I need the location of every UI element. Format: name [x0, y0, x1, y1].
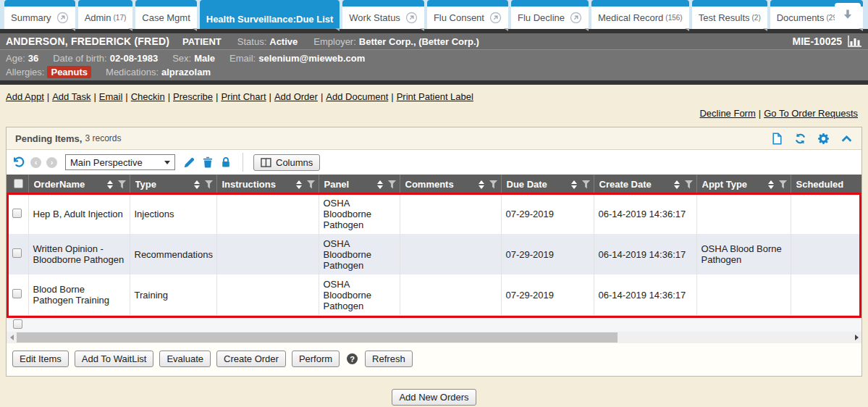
- column-header: Type: [135, 179, 191, 190]
- popout-icon[interactable]: [570, 12, 582, 24]
- tab-health-surveillance-due-list[interactable]: Health Surveillance:Due List: [200, 0, 340, 29]
- sort-icon[interactable]: [377, 180, 383, 189]
- add-new-orders-button[interactable]: Add New Orders: [392, 389, 476, 406]
- allergy-badge[interactable]: Peanuts: [47, 66, 91, 78]
- bar-chart-icon[interactable]: [848, 35, 862, 47]
- sort-icon[interactable]: [194, 180, 200, 189]
- email-label: Email:: [229, 53, 256, 64]
- tab-cap: [427, 0, 508, 7]
- table-row[interactable]: Written Opinion - Bloodborne Pathogen Re…: [7, 234, 861, 274]
- tab-medical-record[interactable]: Medical Record(156): [591, 0, 689, 29]
- undo-icon[interactable]: [12, 156, 25, 169]
- link-prescribe[interactable]: Prescribe: [173, 91, 213, 102]
- link-go-to-order-requests[interactable]: Go To Order Requests: [764, 108, 858, 119]
- filter-funnel-icon[interactable]: [582, 180, 591, 189]
- refresh-icon[interactable]: [794, 133, 806, 145]
- collapse-chevron-icon[interactable]: [840, 133, 853, 145]
- row-checkbox[interactable]: [12, 289, 22, 298]
- link-print-chart[interactable]: Print Chart: [221, 91, 266, 102]
- popout-icon[interactable]: [489, 12, 502, 24]
- filter-funnel-icon[interactable]: [388, 180, 397, 189]
- sort-icon[interactable]: [674, 180, 680, 189]
- link-add-appt[interactable]: Add Appt: [6, 91, 44, 102]
- filter-funnel-icon[interactable]: [118, 180, 127, 189]
- sort-icon[interactable]: [571, 180, 577, 189]
- tab-count: (156): [665, 14, 682, 22]
- tab-work-status[interactable]: Work Status: [342, 0, 424, 29]
- scroll-right-arrow[interactable]: [851, 335, 861, 340]
- sort-icon[interactable]: [768, 180, 774, 189]
- cell-type: Training: [130, 274, 216, 315]
- tab-label: Flu Consent: [434, 12, 484, 23]
- tab-menu-fold: [71, 28, 75, 31]
- row-checkbox[interactable]: [12, 209, 22, 218]
- scrollbar-thumb[interactable]: [17, 332, 618, 343]
- filter-funnel-icon[interactable]: [685, 180, 694, 189]
- separator: |: [47, 91, 49, 102]
- link-checkin[interactable]: Checkin: [131, 91, 165, 102]
- popout-icon[interactable]: [56, 12, 69, 24]
- lock-icon[interactable]: [220, 156, 232, 169]
- new-document-icon[interactable]: [771, 133, 783, 145]
- pending-items-panel: Pending Items, 3 records ‹ › Main Perspe…: [6, 127, 862, 377]
- filter-funnel-icon[interactable]: [779, 180, 788, 189]
- scrollbar-track[interactable]: [17, 332, 851, 343]
- perspective-select[interactable]: Main Perspective: [65, 154, 175, 170]
- select-all-checkbox[interactable]: [14, 179, 23, 188]
- table-row[interactable]: Blood Borne Pathogen Training Training O…: [7, 274, 861, 315]
- add-to-waitlist-button[interactable]: Add To WaitList: [75, 351, 154, 367]
- sort-icon[interactable]: [479, 180, 484, 189]
- email-value: selenium@mieweb.com: [258, 53, 365, 64]
- sex-label: Sex:: [172, 53, 191, 64]
- perform-button[interactable]: Perform: [292, 351, 340, 367]
- patient-name: ANDERSON, FREDERICK (FRED): [6, 35, 169, 47]
- link-decline-form[interactable]: Decline Form: [699, 108, 755, 119]
- main-content: Add Appt|Add Task|Email|Checkin|Prescrib…: [0, 85, 868, 406]
- link-add-order[interactable]: Add Order: [274, 91, 318, 102]
- tab-flu-decline[interactable]: Flu Decline: [511, 0, 589, 29]
- edit-pencil-icon[interactable]: [183, 156, 195, 169]
- link-add-document[interactable]: Add Document: [326, 91, 388, 102]
- help-icon[interactable]: ?: [347, 353, 358, 364]
- link-email[interactable]: Email: [99, 91, 123, 102]
- nav-back-icon[interactable]: ‹: [30, 157, 41, 168]
- sort-icon[interactable]: [107, 180, 113, 189]
- tab-menu-fold: [128, 28, 132, 31]
- scroll-left-arrow[interactable]: [7, 335, 17, 340]
- tab-test-results[interactable]: Test Results(2): [692, 0, 767, 29]
- separator: |: [93, 91, 96, 102]
- tab-summary[interactable]: Summary: [4, 0, 75, 29]
- create-order-button[interactable]: Create Order: [216, 351, 286, 367]
- separator: |: [125, 91, 127, 102]
- tab-admin[interactable]: Admin(17): [78, 0, 133, 29]
- tab-flu-consent[interactable]: Flu Consent: [427, 0, 508, 29]
- gear-icon[interactable]: [817, 133, 830, 145]
- evaluate-button[interactable]: Evaluate: [159, 351, 211, 367]
- tab-cap: [4, 0, 75, 7]
- tab-label: Case Mgmt: [142, 12, 190, 23]
- popout-icon[interactable]: [405, 12, 418, 24]
- cell-order-name: Written Opinion - Bloodborne Pathogen: [28, 234, 130, 274]
- link-print-patient-label[interactable]: Print Patient Label: [397, 91, 473, 102]
- table-row[interactable]: Hep B, Adult Injection Injections OSHA B…: [7, 194, 861, 234]
- cell-panel: OSHA Bloodborne Pathogen: [319, 194, 400, 234]
- nav-forward-icon[interactable]: ›: [46, 157, 57, 168]
- column-header: Instructions: [222, 179, 293, 190]
- link-add-task[interactable]: Add Task: [52, 91, 90, 102]
- sort-icon[interactable]: [296, 180, 302, 189]
- filter-funnel-icon[interactable]: [307, 180, 316, 189]
- cell-appt-type: [696, 194, 791, 234]
- download-chart-button[interactable]: [835, 3, 861, 26]
- filter-funnel-icon[interactable]: [489, 180, 498, 189]
- pending-items-table: OrderName Type Instructions Panel Commen…: [7, 175, 861, 315]
- tab-case-mgmt[interactable]: Case Mgmt: [135, 0, 196, 29]
- age-label: Age:: [6, 53, 25, 64]
- edit-items-button[interactable]: Edit Items: [12, 351, 69, 367]
- tab-label: Admin: [85, 12, 111, 23]
- filter-funnel-icon[interactable]: [205, 180, 214, 189]
- delete-trash-icon[interactable]: [202, 156, 214, 169]
- refresh-button[interactable]: Refresh: [365, 351, 413, 367]
- columns-button[interactable]: Columns: [253, 154, 320, 171]
- footer-checkbox[interactable]: [13, 319, 22, 329]
- row-checkbox[interactable]: [12, 248, 22, 258]
